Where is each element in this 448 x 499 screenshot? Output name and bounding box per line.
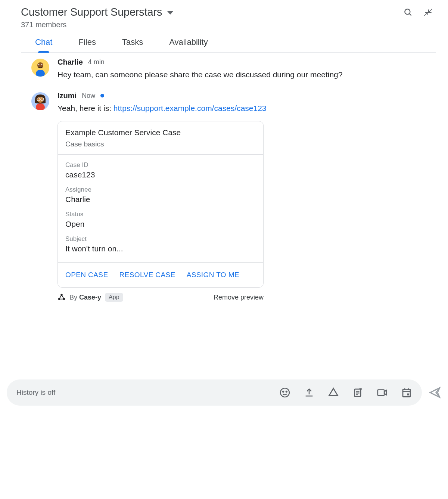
link-preview-card: Example Customer Service Case Case basic… xyxy=(57,121,264,288)
card-subtitle: Case basics xyxy=(65,140,256,148)
message-row: Charlie 4 min Hey team, can someone plea… xyxy=(31,58,427,81)
svg-rect-7 xyxy=(36,103,45,110)
chevron-down-icon[interactable] xyxy=(167,11,173,15)
field-label: Case ID xyxy=(65,161,256,169)
resolve-case-button[interactable]: RESOLVE CASE xyxy=(119,271,175,279)
svg-point-5 xyxy=(41,64,43,65)
svg-rect-20 xyxy=(378,390,385,396)
new-message-indicator-icon xyxy=(100,94,104,97)
field-value: It won't turn on... xyxy=(65,244,256,253)
message-composer[interactable]: History is off xyxy=(7,379,422,406)
avatar[interactable] xyxy=(31,92,49,110)
app-badge: App xyxy=(105,293,123,302)
svg-point-4 xyxy=(38,64,40,65)
card-footer-by: By Case-y xyxy=(69,294,101,301)
remove-preview-link[interactable]: Remove preview xyxy=(214,294,264,301)
composer-placeholder: History is off xyxy=(16,388,276,397)
calendar-icon[interactable] xyxy=(401,387,412,398)
field-value: Charlie xyxy=(65,195,256,204)
svg-line-1 xyxy=(410,13,411,15)
case-link[interactable]: https://support.example.com/cases/case12… xyxy=(113,104,267,112)
collapse-icon[interactable] xyxy=(423,7,433,17)
message-text: Yeah, here it is: https://support.exampl… xyxy=(57,102,427,115)
svg-point-13 xyxy=(280,388,289,397)
send-icon[interactable] xyxy=(429,386,441,399)
member-count: 371 members xyxy=(21,21,436,29)
field-value: case123 xyxy=(65,170,256,179)
emoji-icon[interactable] xyxy=(279,387,290,398)
message-text: Hey team, can someone please share the c… xyxy=(57,69,427,81)
search-icon[interactable] xyxy=(403,7,413,17)
svg-point-15 xyxy=(286,391,287,392)
message-time: 4 min xyxy=(88,58,105,66)
field-value: Open xyxy=(65,220,256,229)
video-icon[interactable] xyxy=(376,387,388,398)
avatar[interactable] xyxy=(31,59,49,77)
message-row: Izumi Now Yeah, here it is: https://supp… xyxy=(31,92,427,302)
webhook-icon xyxy=(57,293,66,301)
svg-point-14 xyxy=(283,391,284,392)
drive-icon[interactable] xyxy=(328,387,339,398)
field-label: Assignee xyxy=(65,186,256,193)
tab-availability[interactable]: Availability xyxy=(169,37,208,52)
tab-files[interactable]: Files xyxy=(78,37,96,52)
upload-icon[interactable] xyxy=(304,387,314,398)
message-author: Izumi xyxy=(57,92,77,100)
assign-to-me-button[interactable]: ASSIGN TO ME xyxy=(187,271,239,279)
docs-icon[interactable] xyxy=(352,387,363,398)
field-label: Status xyxy=(65,211,256,218)
open-case-button[interactable]: OPEN CASE xyxy=(65,271,108,279)
message-time: Now xyxy=(82,92,95,100)
svg-rect-21 xyxy=(403,389,410,397)
card-title: Example Customer Service Case xyxy=(65,128,256,137)
field-label: Subject xyxy=(65,235,256,243)
message-author: Charlie xyxy=(57,58,83,66)
svg-point-0 xyxy=(405,9,410,14)
svg-rect-3 xyxy=(36,70,45,77)
tab-tasks[interactable]: Tasks xyxy=(122,37,143,52)
svg-rect-25 xyxy=(407,394,409,396)
tab-chat[interactable]: Chat xyxy=(35,37,52,52)
space-title[interactable]: Customer Support Superstars xyxy=(21,6,162,18)
